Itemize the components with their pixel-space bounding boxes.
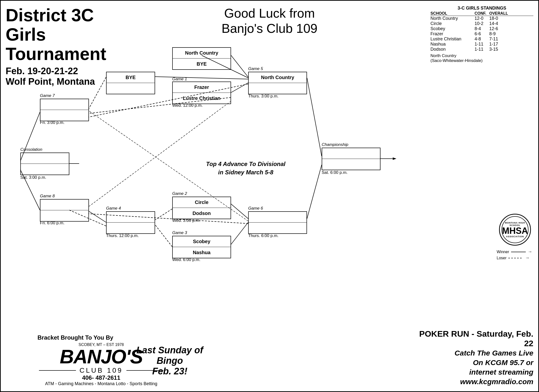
bingo-text: Last Sunday of Bingo Feb. 23!	[135, 345, 204, 377]
game2-label: Game 2	[172, 191, 187, 196]
consolation-time: Sat. 3:00 p.m.	[20, 175, 46, 180]
standings-row-1: North Country 12-0 18-0	[430, 16, 533, 21]
svg-line-13	[307, 165, 322, 219]
standings-row-2: Circle 10-2 14-4	[430, 21, 533, 26]
svg-line-0	[231, 55, 248, 77]
standings-row-4: Frazer 6-6 8-9	[430, 31, 533, 36]
game2-team1: Circle	[173, 197, 231, 208]
svg-line-2	[231, 83, 248, 93]
game2-time: Wed. 3:00 p.m.	[172, 218, 200, 223]
game3-label: Game 3	[172, 230, 187, 235]
game1-box: Frazer Lustre Christian	[172, 82, 231, 104]
loser-line	[508, 258, 523, 258]
winner-line	[511, 252, 526, 252]
game6-label: Game 6	[248, 206, 263, 211]
mhsa-inner: MONTANA HIGH SCHOOL MHSA ASSOCIATION	[502, 216, 528, 243]
legend-loser-row: Loser →	[497, 255, 532, 261]
game1-team1: Frazer	[173, 82, 231, 93]
consolation-box	[20, 153, 69, 175]
winner-arrow: →	[528, 249, 532, 254]
game4-label: Game 4	[106, 206, 121, 211]
game6-box	[248, 211, 307, 234]
bye-result-box: BYE	[106, 72, 155, 94]
game4-box	[106, 211, 155, 234]
poker-run-sub: Catch The Games Live On KCGM 95.7 or int…	[411, 348, 533, 386]
standings-col-overall: OVERALL	[489, 11, 506, 16]
standings-row-7: Dodson 1-11 3-15	[430, 47, 533, 52]
game5-label: Game 5	[248, 66, 263, 71]
game3-team2: Nashua	[173, 247, 231, 258]
game4-time: Thurs. 12:00 p.m.	[106, 233, 139, 238]
standings-row-3: Scobey 8-4 12-6	[430, 26, 533, 31]
game8-box	[40, 199, 89, 222]
winner-label: Winner	[497, 250, 509, 254]
loser-label: Loser	[497, 256, 506, 260]
title-block: District 3CGirls Tournament Feb. 19-20-2…	[6, 6, 123, 87]
poker-run-title: POKER RUN - Saturday, Feb. 22	[411, 329, 533, 348]
svg-line-21	[89, 101, 231, 206]
championship-time: Sat. 6:00 p.m.	[322, 170, 348, 175]
standings-note: North Country(Saco-Whitewater-Hinsdale)	[430, 53, 533, 63]
game2-box: Circle Dodson	[172, 197, 231, 219]
game8-time: Fri. 6:00 p.m.	[40, 221, 64, 226]
mhsa-mid-text: MHSA	[502, 226, 528, 235]
svg-line-10	[155, 209, 172, 220]
tournament-dates: Feb. 19-20-21-22	[6, 66, 123, 76]
game1-team2: Lustre Christian	[173, 93, 231, 104]
nc-bye-team2: BYE	[173, 59, 231, 69]
bracket-brought-label: Bracket Brought To You By	[37, 334, 165, 341]
standings-col-conf: CONF.	[475, 11, 489, 16]
game3-team1: Scobey	[173, 236, 231, 247]
game1-time: Wed. 12:00 p.m.	[172, 103, 203, 108]
svg-line-7	[89, 211, 106, 222]
main-container: District 3CGirls Tournament Feb. 19-20-2…	[1, 1, 538, 391]
loser-arrow: →	[525, 255, 529, 261]
game7-box	[40, 99, 89, 121]
legend-block: Winner → Loser →	[497, 249, 532, 261]
banjos-services: ATM - Gaming Machines - Montana Lotto - …	[37, 381, 165, 386]
game8-label: Game 8	[40, 194, 55, 199]
nc-bye-box: North Country BYE	[172, 47, 231, 70]
goodluck-banner: Good Luck from Banjo's Club 109	[138, 6, 401, 36]
bye-slot: BYE	[107, 72, 155, 83]
game6-time: Thurs. 6:00 p.m.	[248, 233, 279, 238]
legend-winner-row: Winner →	[497, 249, 532, 254]
mhsa-logo: MONTANA HIGH SCHOOL MHSA ASSOCIATION	[499, 214, 531, 246]
game2-team2: Dodson	[173, 208, 231, 219]
svg-marker-17	[393, 157, 396, 160]
game5-team1: North Country	[249, 72, 306, 83]
svg-line-4	[307, 78, 322, 156]
standings-title: 3-C GIRLS STANDINGS	[430, 6, 533, 11]
standings-row-6: Nashua 1-11 1-17	[430, 42, 533, 47]
consolation-label: Consolation	[20, 147, 42, 152]
game3-time: Wed. 6:00 p.m.	[172, 257, 200, 262]
poker-run-block: POKER RUN - Saturday, Feb. 22 Catch The …	[411, 329, 533, 386]
championship-label: Championship	[322, 142, 348, 147]
game5-box: North Country	[248, 72, 307, 94]
tournament-location: Wolf Point, Montana	[6, 76, 123, 87]
game7-label: Game 7	[40, 93, 55, 98]
mhsa-bot-text: ASSOCIATION	[506, 235, 524, 238]
game3-box: Scobey Nashua	[172, 236, 231, 258]
game1-label: Game 1	[172, 77, 187, 82]
standings-header: SCHOOL CONF. OVERALL	[430, 11, 533, 16]
championship-box	[322, 148, 380, 170]
svg-line-12	[155, 225, 172, 247]
nc-bye-team1: North Country	[173, 48, 231, 59]
svg-line-20	[155, 77, 248, 79]
svg-line-9	[231, 204, 248, 219]
game7-time: Fri. 3:00 p.m.	[40, 120, 64, 125]
svg-line-11	[231, 222, 248, 244]
standings-col-school: SCHOOL	[430, 11, 475, 16]
tournament-title: District 3CGirls Tournament	[6, 6, 123, 64]
game5-time: Thurs. 3:00 p.m.	[248, 94, 279, 99]
standings-row-5: Lustre Christian 4-8 7-11	[430, 36, 533, 42]
standings-block: 3-C GIRLS STANDINGS SCHOOL CONF. OVERALL…	[430, 6, 533, 63]
advance-text: Top 4 Advance To Divisionalin Sidney Mar…	[202, 160, 290, 176]
